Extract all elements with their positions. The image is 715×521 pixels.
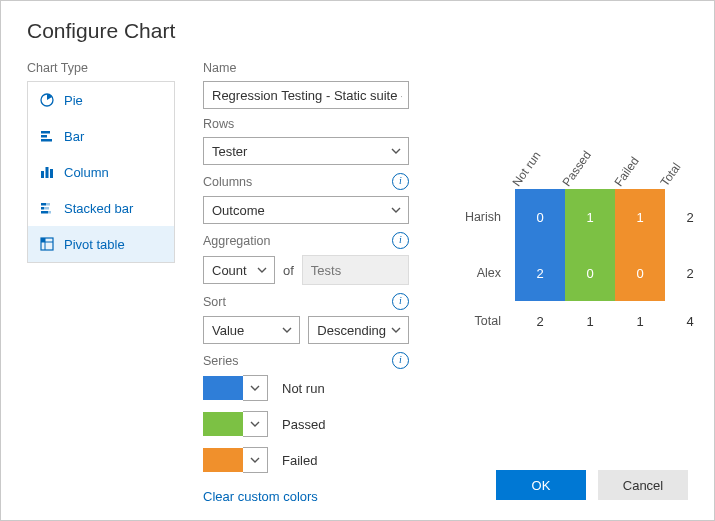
pivot-row: Total2114 xyxy=(447,301,715,341)
chevron-down-icon xyxy=(243,411,268,437)
chart-type-list: Pie Bar Column xyxy=(27,81,175,263)
color-swatch xyxy=(203,448,243,472)
pivot-table-preview: Not runPassedFailedTotalHarish0112Alex20… xyxy=(447,129,715,341)
pivot-col-header: Total xyxy=(658,160,684,189)
svg-rect-3 xyxy=(41,139,52,142)
rows-select[interactable]: Tester xyxy=(203,137,409,165)
info-icon[interactable]: i xyxy=(392,232,409,249)
pivot-cell: 2 xyxy=(665,245,715,301)
chart-type-label-text: Bar xyxy=(64,129,84,144)
cancel-button[interactable]: Cancel xyxy=(598,470,688,500)
chart-type-panel: Chart Type Pie Bar xyxy=(27,61,175,512)
svg-rect-4 xyxy=(41,171,44,178)
column-icon xyxy=(40,165,54,179)
pivot-row: Harish0112 xyxy=(447,189,715,245)
configure-chart-dialog: Configure Chart Chart Type Pie Bar xyxy=(0,0,715,521)
series-row: Not run xyxy=(203,375,409,401)
series-row: Passed xyxy=(203,411,409,437)
config-form: Name Rows Tester Columnsi Outcome Aggreg… xyxy=(203,61,409,512)
pivot-cell: 0 xyxy=(615,245,665,301)
svg-rect-7 xyxy=(41,203,46,206)
ok-button[interactable]: OK xyxy=(496,470,586,500)
chart-type-label-text: Stacked bar xyxy=(64,201,133,216)
series-name: Failed xyxy=(282,453,317,468)
svg-rect-11 xyxy=(41,211,48,214)
stacked-bar-icon xyxy=(40,201,54,215)
pivot-cell: 1 xyxy=(565,189,615,245)
pivot-cell: 4 xyxy=(665,301,715,341)
chart-type-pivot-table[interactable]: Pivot table xyxy=(28,226,174,262)
sort-label: Sort xyxy=(203,295,226,309)
series-name: Passed xyxy=(282,417,325,432)
pivot-cell: 2 xyxy=(515,245,565,301)
pivot-cell: 1 xyxy=(615,301,665,341)
chevron-down-icon xyxy=(390,324,402,336)
pivot-row: Alex2002 xyxy=(447,245,715,301)
pivot-col-header: Passed xyxy=(560,148,594,189)
sort-by-select[interactable]: Value xyxy=(203,316,300,344)
rows-label: Rows xyxy=(203,117,409,131)
chart-type-label-text: Column xyxy=(64,165,109,180)
pivot-cell: 0 xyxy=(515,189,565,245)
clear-custom-colors-link[interactable]: Clear custom colors xyxy=(203,489,318,504)
series-color-select[interactable] xyxy=(203,375,268,401)
info-icon[interactable]: i xyxy=(392,173,409,190)
chart-type-pie[interactable]: Pie xyxy=(28,82,174,118)
pivot-cell: 2 xyxy=(515,301,565,341)
pie-icon xyxy=(40,93,54,107)
name-input[interactable] xyxy=(203,81,409,109)
pivot-cell: 2 xyxy=(665,189,715,245)
series-name: Not run xyxy=(282,381,325,396)
info-icon[interactable]: i xyxy=(392,352,409,369)
color-swatch xyxy=(203,376,243,400)
series-color-select[interactable] xyxy=(203,411,268,437)
chart-type-stacked-bar[interactable]: Stacked bar xyxy=(28,190,174,226)
pivot-cell: 1 xyxy=(565,301,615,341)
bar-icon xyxy=(40,129,54,143)
dialog-title: Configure Chart xyxy=(27,19,688,43)
svg-rect-6 xyxy=(50,169,53,178)
pivot-cell: 0 xyxy=(565,245,615,301)
pivot-col-header: Failed xyxy=(612,154,642,189)
series-color-select[interactable] xyxy=(203,447,268,473)
sort-dir-select[interactable]: Descending xyxy=(308,316,409,344)
chart-type-bar[interactable]: Bar xyxy=(28,118,174,154)
chevron-down-icon xyxy=(390,204,402,216)
chevron-down-icon xyxy=(243,447,268,473)
aggregation-select[interactable]: Count xyxy=(203,256,275,284)
chevron-down-icon xyxy=(256,264,268,276)
chart-type-label-text: Pie xyxy=(64,93,83,108)
svg-rect-16 xyxy=(41,238,45,242)
svg-rect-2 xyxy=(41,135,47,138)
svg-rect-1 xyxy=(41,131,50,134)
aggregation-target: Tests xyxy=(302,255,409,285)
info-icon[interactable]: i xyxy=(392,293,409,310)
chart-preview: Not runPassedFailedTotalHarish0112Alex20… xyxy=(437,61,715,512)
aggregation-label: Aggregation xyxy=(203,234,270,248)
svg-rect-10 xyxy=(44,207,49,210)
pivot-row-header: Total xyxy=(447,314,515,328)
pivot-row-header: Alex xyxy=(447,266,515,280)
series-label: Series xyxy=(203,354,238,368)
svg-rect-5 xyxy=(46,167,49,178)
chart-type-column[interactable]: Column xyxy=(28,154,174,190)
svg-rect-8 xyxy=(46,203,50,206)
color-swatch xyxy=(203,412,243,436)
series-row: Failed xyxy=(203,447,409,473)
name-label: Name xyxy=(203,61,409,75)
pivot-col-header: Not run xyxy=(510,149,544,189)
pivot-cell: 1 xyxy=(615,189,665,245)
chart-type-label: Chart Type xyxy=(27,61,175,75)
chevron-down-icon xyxy=(390,145,402,157)
chart-type-label-text: Pivot table xyxy=(64,237,125,252)
columns-label: Columns xyxy=(203,175,252,189)
chevron-down-icon xyxy=(243,375,268,401)
aggregation-of-text: of xyxy=(283,263,294,278)
pivot-row-header: Harish xyxy=(447,210,515,224)
chevron-down-icon xyxy=(281,324,293,336)
columns-select[interactable]: Outcome xyxy=(203,196,409,224)
svg-rect-9 xyxy=(41,207,44,210)
svg-rect-12 xyxy=(48,211,51,214)
pivot-table-icon xyxy=(40,237,54,251)
